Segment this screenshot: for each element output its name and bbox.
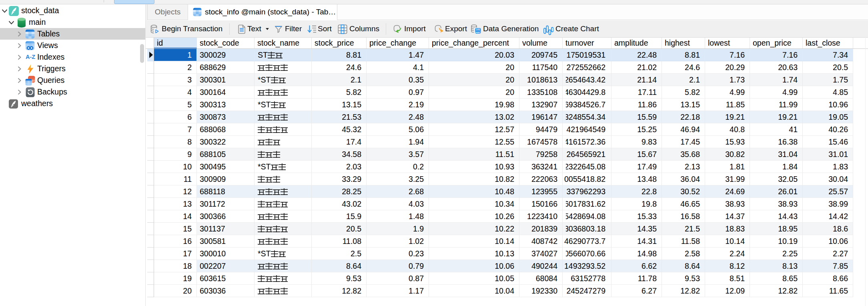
svg-text:ABC: ABC bbox=[475, 31, 481, 34]
